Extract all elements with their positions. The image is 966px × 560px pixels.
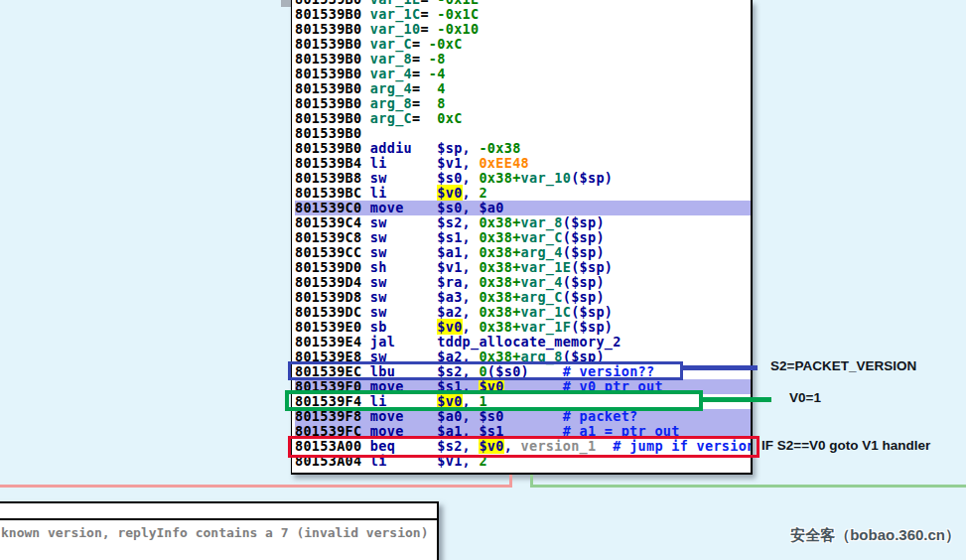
asm-token: 0x38+ [479,214,520,230]
asm-token: sb [370,319,437,335]
asm-address: 801539B0 [295,51,370,67]
asm-token: $v1, [437,155,479,171]
asm-line[interactable]: 801539B4 li $v1, 0xEE48 [295,156,751,171]
asm-token: $ra, [437,274,479,290]
asm-line[interactable]: 801539B0 var_10= -0x10 [295,22,751,37]
asm-token: , [463,185,480,201]
version-read-highlight-box [288,361,683,380]
asm-token: , [463,319,480,335]
asm-line[interactable]: 801539B0 var_8= -8 [295,52,751,67]
asm-token: sw [370,244,437,260]
asm-address: 801539BC [295,185,370,201]
asm-token: -0x10 [437,21,479,37]
asm-token: $sp, [437,140,479,156]
asm-token: 4 [429,80,446,96]
asm-address: 801539B0 [295,80,370,96]
asm-token: sw [370,289,437,305]
asm-token: $v0 [437,319,462,335]
asm-token: var_8 [370,51,412,67]
asm-token: ($sp) [571,259,613,275]
asm-address: 801539E0 [295,319,370,335]
tooltip-text: known version, replyInfo contains a 7 (i… [0,525,437,540]
watermark-text: 安全客（bobao.360.cn） [790,526,960,545]
asm-address: 801539D4 [295,274,370,290]
asm-token: var_1F [521,319,572,335]
asm-address: 801539E4 [295,334,370,350]
asm-address: 801539D8 [295,289,370,305]
jump-flow-line-green [530,485,966,488]
asm-line[interactable]: 801539D8 sw $a3, 0x38+arg_C($sp) [295,290,751,305]
asm-token: li [370,155,437,171]
asm-token: 0x38+ [479,244,520,260]
asm-token: arg_C [370,110,412,126]
asm-line[interactable]: 801539D0 sh $v1, 0x38+var_1E($sp) [295,260,751,275]
branch-highlight-box [288,436,759,458]
green-connector-line [703,397,771,402]
asm-line[interactable]: 801539C0 move $s0, $a0 [295,201,751,215]
asm-token: var_C [521,229,563,245]
asm-token: 0x38+ [479,259,520,275]
asm-token: ($sp) [571,170,613,186]
asm-token: = [420,6,437,22]
asm-token: sw [370,229,437,245]
asm-token: move [370,200,437,215]
asm-token: addiu [370,140,437,156]
asm-token: li [370,185,437,201]
asm-line[interactable]: 801539DC sw $a2, 0x38+var_1C($sp) [295,305,751,320]
asm-token: arg_4 [521,244,563,260]
asm-token: arg_C [521,289,563,305]
asm-address: 801539D0 [295,259,370,275]
asm-line[interactable]: 801539B0 arg_4= 4 [295,81,751,96]
asm-line[interactable]: 801539BC li $v0, 2 [295,186,751,201]
tooltip-divider [0,503,437,520]
asm-token: tddp_allocate_memory_2 [437,334,621,350]
asm-address: 801539B0 [295,95,370,111]
asm-address: 801539B0 [295,125,370,141]
asm-token: 0x38+ [479,274,520,290]
asm-token: 0xEE48 [479,155,529,171]
asm-token: $s0, $a0 [437,200,503,215]
asm-line[interactable]: 801539E4 jal tddp_allocate_memory_2 [295,335,751,350]
asm-address: 801539B0 [295,110,370,126]
asm-line[interactable]: 801539B0 var_1C= -0x1C [295,7,751,22]
asm-token: 0x38+ [479,304,520,320]
asm-token: sw [370,170,437,186]
asm-token: var_4 [521,274,563,290]
asm-line[interactable]: 801539C8 sw $s1, 0x38+var_C($sp) [295,230,751,245]
asm-token: sw [370,214,437,230]
asm-line[interactable]: 801539B0 arg_8= 8 [295,96,751,111]
annotation-label-v0: V0=1 [789,390,821,405]
asm-line[interactable]: 801539B8 sw $s0, 0x38+var_10($sp) [295,171,751,186]
asm-token: ($sp) [563,244,605,260]
asm-line[interactable]: 801539D4 sw $ra, 0x38+var_4($sp) [295,275,751,290]
asm-token: $v1, [437,259,479,275]
asm-line[interactable]: 801539B0 var_C= -0xC [295,37,751,52]
asm-line[interactable]: 801539B0 arg_C= 0xC [295,111,751,126]
asm-token: arg_8 [370,95,412,111]
asm-line[interactable]: 801539CC sw $a1, 0x38+arg_4($sp) [295,245,751,260]
asm-token: $a1, [437,244,479,260]
asm-token: = [412,95,429,111]
asm-line[interactable]: 801539B0 var_4= -4 [295,67,751,81]
asm-address: 801539C4 [295,214,370,230]
asm-token: $a2, [437,304,479,320]
asm-line[interactable]: 801539B0 addiu $sp, -0x38 [295,141,751,156]
asm-token: = [420,21,437,37]
asm-address: 801539C0 [295,200,370,215]
asm-line[interactable]: 801539E0 sb $v0, 0x38+var_1F($sp) [295,320,751,335]
asm-token: = [412,51,429,67]
asm-address: 801539B0 [295,6,370,22]
asm-line[interactable]: 801539F8 move $a0, $s0 # packet? [295,409,751,424]
asm-token: var_8 [521,214,563,230]
asm-token: var_10 [521,170,572,186]
asm-token: 0x38+ [479,319,520,335]
asm-line[interactable]: 801539C4 sw $s2, 0x38+var_8($sp) [295,215,751,230]
asm-token: 8 [429,95,446,111]
asm-token: jal [370,334,437,350]
asm-token: ($sp) [563,274,605,290]
asm-token: = [412,110,429,126]
asm-token: var_4 [370,66,412,81]
asm-token: arg_4 [370,80,412,96]
asm-line[interactable]: 801539B0 [295,126,751,141]
asm-token: 0x38+ [479,170,520,186]
